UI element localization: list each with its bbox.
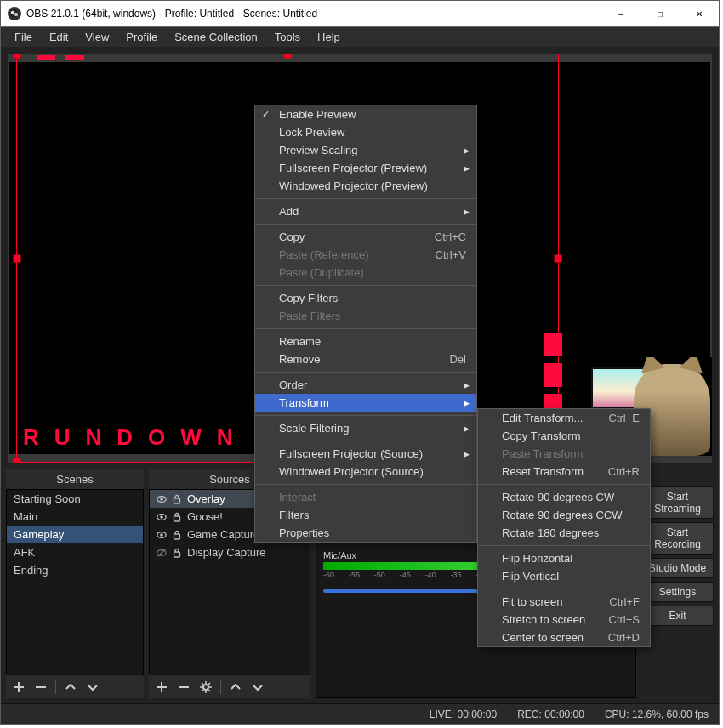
eye-icon[interactable] [157, 548, 167, 558]
control-settings[interactable]: Settings [641, 582, 714, 602]
source-up-button[interactable] [228, 680, 243, 695]
menu-item-label: Windowed Projector (Source) [279, 465, 424, 478]
menu-item-label: Copy Transform [502, 429, 580, 442]
menu-shortcut: Ctrl+R [608, 465, 640, 478]
control-studio-mode[interactable]: Studio Mode [641, 558, 714, 578]
svg-point-1 [11, 11, 14, 14]
menu-item-rotate-90-degrees-ccw[interactable]: Rotate 90 degrees CCW [478, 506, 650, 524]
scene-item[interactable]: AFK [7, 543, 143, 561]
menu-item-properties[interactable]: Properties [255, 524, 476, 542]
client-area: RUNDOWN Scenes Starting SoonMainGameplay… [1, 47, 719, 703]
menu-item-add[interactable]: Add▶ [255, 202, 476, 220]
menu-item-copy[interactable]: CopyCtrl+C [255, 228, 476, 246]
menu-file[interactable]: File [6, 28, 41, 46]
control-start-recording[interactable]: Start Recording [641, 522, 714, 555]
eye-icon[interactable] [157, 512, 167, 522]
menu-item-fullscreen-projector-source-[interactable]: Fullscreen Projector (Source)▶ [255, 445, 476, 463]
menu-shortcut: Ctrl+E [609, 412, 640, 424]
menu-item-enable-preview[interactable]: ✓Enable Preview [255, 105, 476, 123]
scene-item[interactable]: Gameplay [7, 526, 143, 543]
menu-item-copy-transform[interactable]: Copy Transform [478, 427, 650, 445]
menu-item-label: Flip Vertical [502, 570, 559, 583]
menu-item-flip-horizontal[interactable]: Flip Horizontal [478, 549, 650, 567]
menu-item-rotate-180-degrees[interactable]: Rotate 180 degrees [478, 524, 650, 542]
menu-item-label: Copy [279, 230, 305, 243]
menu-scene-collection[interactable]: Scene Collection [166, 28, 266, 46]
menu-item-label: Stretch to screen [502, 613, 585, 626]
chevron-right-icon: ▶ [464, 424, 470, 433]
menu-item-transform[interactable]: Transform▶ [255, 394, 476, 412]
remove-scene-button[interactable] [33, 680, 48, 695]
menu-item-rename[interactable]: Rename [255, 333, 476, 350]
scene-item[interactable]: Ending [7, 561, 143, 579]
chevron-right-icon: ▶ [464, 399, 470, 407]
status-live: LIVE: 00:00:00 [430, 708, 497, 720]
menu-tools[interactable]: Tools [266, 28, 309, 46]
scene-item[interactable]: Main [7, 508, 143, 526]
status-bar: LIVE: 00:00:00 REC: 00:00:00 CPU: 12.6%,… [1, 703, 719, 724]
svg-rect-14 [174, 552, 180, 557]
menu-item-label: Lock Preview [279, 126, 344, 139]
scene-item[interactable]: Starting Soon [7, 490, 143, 508]
menu-item-label: Windowed Projector (Preview) [279, 179, 428, 192]
menu-bar[interactable]: FileEditViewProfileScene CollectionTools… [1, 26, 719, 47]
eye-icon[interactable] [157, 530, 167, 540]
menu-item-remove[interactable]: RemoveDel [255, 350, 476, 368]
close-button[interactable]: ✕ [680, 1, 719, 26]
menu-shortcut: Ctrl+D [608, 631, 640, 644]
menu-item-lock-preview[interactable]: Lock Preview [255, 123, 476, 141]
menu-item-copy-filters[interactable]: Copy Filters [255, 289, 476, 307]
remove-source-button[interactable] [176, 680, 191, 695]
title-bar[interactable]: OBS 21.0.1 (64bit, windows) - Profile: U… [1, 1, 719, 26]
menu-item-windowed-projector-source-[interactable]: Windowed Projector (Source) [255, 463, 476, 481]
control-start-streaming[interactable]: Start Streaming [641, 486, 714, 519]
source-settings-button[interactable] [198, 680, 213, 695]
menu-item-label: Interact [279, 491, 316, 503]
add-scene-button[interactable] [11, 680, 26, 695]
menu-item-order[interactable]: Order▶ [255, 376, 476, 394]
maximize-button[interactable]: □ [640, 1, 680, 26]
scenes-header: Scenes [6, 469, 144, 489]
source-down-button[interactable] [250, 680, 265, 695]
scene-up-button[interactable] [63, 680, 78, 695]
menu-item-filters[interactable]: Filters [255, 506, 476, 524]
menu-item-fit-to-screen[interactable]: Fit to screenCtrl+F [478, 593, 650, 611]
lock-icon[interactable] [172, 530, 182, 540]
menu-view[interactable]: View [77, 28, 117, 46]
menu-item-scale-filtering[interactable]: Scale Filtering▶ [255, 419, 476, 437]
source-label: Game Capture [187, 528, 259, 541]
lock-icon[interactable] [172, 548, 182, 558]
menu-item-label: Fullscreen Projector (Preview) [279, 162, 427, 174]
menu-item-windowed-projector-preview-[interactable]: Windowed Projector (Preview) [255, 177, 476, 195]
minimize-button[interactable]: – [601, 1, 640, 26]
scene-down-button[interactable] [85, 680, 100, 695]
menu-item-label: Scale Filtering [279, 422, 349, 435]
menu-item-preview-scaling[interactable]: Preview Scaling▶ [255, 141, 476, 159]
menu-item-flip-vertical[interactable]: Flip Vertical [478, 567, 650, 585]
lock-icon[interactable] [172, 512, 182, 522]
lock-icon[interactable] [172, 494, 182, 504]
menu-item-stretch-to-screen[interactable]: Stretch to screenCtrl+S [478, 611, 650, 628]
menu-item-paste-transform: Paste Transform [478, 445, 650, 463]
menu-item-fullscreen-projector-preview-[interactable]: Fullscreen Projector (Preview)▶ [255, 159, 476, 177]
menu-item-reset-transform[interactable]: Reset TransformCtrl+R [478, 463, 650, 481]
menu-item-center-to-screen[interactable]: Center to screenCtrl+D [478, 628, 650, 646]
menu-item-label: Add [279, 205, 299, 218]
source-item[interactable]: Display Capture [150, 543, 310, 561]
menu-item-label: Paste (Reference) [279, 248, 369, 261]
menu-item-rotate-90-degrees-cw[interactable]: Rotate 90 degrees CW [478, 488, 650, 506]
menu-item-edit-transform-[interactable]: Edit Transform...Ctrl+E [478, 409, 650, 427]
status-rec: REC: 00:00:00 [517, 708, 584, 720]
scenes-list[interactable]: Starting SoonMainGameplayAFKEnding [6, 489, 144, 674]
control-exit[interactable]: Exit [641, 606, 714, 626]
menu-profile[interactable]: Profile [117, 28, 166, 46]
context-menu-transform[interactable]: Edit Transform...Ctrl+ECopy TransformPas… [477, 408, 651, 647]
menu-help[interactable]: Help [309, 28, 349, 46]
chevron-right-icon: ▶ [464, 381, 470, 390]
menu-item-label: Reset Transform [502, 465, 584, 478]
context-menu-preview[interactable]: ✓Enable PreviewLock PreviewPreview Scali… [254, 105, 477, 543]
add-source-button[interactable] [154, 680, 169, 695]
menu-edit[interactable]: Edit [41, 28, 77, 46]
eye-icon[interactable] [157, 494, 167, 504]
overlay-text: RUNDOWN [23, 424, 248, 451]
